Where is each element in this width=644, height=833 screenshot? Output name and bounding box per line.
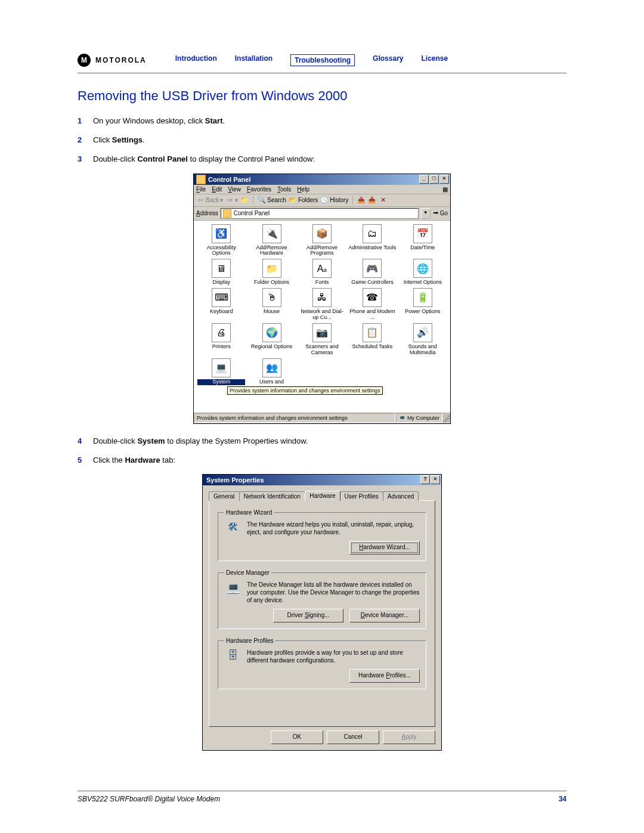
cp-item-system[interactable]: 💻System bbox=[197, 358, 245, 385]
step-1: 1 On your Windows desktop, click Start. bbox=[78, 116, 566, 126]
my-computer-icon: 💻 bbox=[399, 415, 405, 421]
tabstrip: General Network Identification Hardware … bbox=[209, 491, 435, 501]
nav-troubleshooting[interactable]: Troubleshooting bbox=[290, 54, 355, 66]
hardware-profiles-icon: 🗄 bbox=[224, 649, 242, 663]
hardware-wizard-button[interactable]: Hardware Wizard... bbox=[349, 541, 420, 555]
cp-item-scheduled-tasks[interactable]: 📋Scheduled Tasks bbox=[348, 323, 396, 356]
forward-arrow-icon: ⇨ bbox=[225, 196, 234, 205]
cp-item-label: Scanners and Cameras bbox=[298, 344, 346, 356]
cp-item-label: Network and Dial-up Co... bbox=[298, 309, 346, 321]
tab-user-profiles[interactable]: User Profiles bbox=[340, 491, 383, 501]
copy-to-icon[interactable]: 📥 bbox=[368, 196, 376, 205]
cp-item-icon: 💻 bbox=[212, 358, 231, 377]
toolbar: ⇦Back ▾ ⇨ ▾ 📁 🔍Search 📂Folders 🕓History … bbox=[194, 194, 450, 207]
hw-profiles-text: Hardware profiles provide a way for you … bbox=[247, 649, 420, 664]
folder-up-icon: 📁 bbox=[240, 196, 249, 205]
cp-item-label: Regional Options bbox=[247, 344, 295, 350]
tab-network-identification[interactable]: Network Identification bbox=[239, 491, 306, 501]
up-button[interactable]: 📁 bbox=[240, 196, 249, 205]
cp-item-date-time[interactable]: 📅Date/Time bbox=[399, 224, 447, 257]
cp-item-power-options[interactable]: 🔋Power Options bbox=[399, 288, 447, 321]
cp-item-network-and-dial-up-co[interactable]: 🖧Network and Dial-up Co... bbox=[298, 288, 346, 321]
nav-glossary[interactable]: Glossary bbox=[373, 54, 403, 66]
nav-installation[interactable]: Installation bbox=[235, 54, 273, 66]
cp-item-mouse[interactable]: 🖱Mouse bbox=[247, 288, 295, 321]
menu-view[interactable]: View bbox=[228, 186, 241, 193]
hardware-profiles-button[interactable]: Hardware Profiles... bbox=[349, 669, 420, 683]
window-title: Control Panel bbox=[208, 176, 251, 183]
cp-item-users-and[interactable]: 👥Users and bbox=[247, 358, 295, 385]
tab-advanced[interactable]: Advanced bbox=[383, 491, 419, 501]
cancel-button[interactable]: Cancel bbox=[327, 730, 379, 744]
cp-item-administrative-tools[interactable]: 🗂Administrative Tools bbox=[348, 224, 396, 257]
dialog-buttons: OK Cancel Apply bbox=[209, 727, 435, 744]
menu-edit[interactable]: Edit bbox=[212, 186, 222, 193]
control-panel-icon bbox=[196, 175, 206, 184]
cp-item-icon: 👥 bbox=[262, 358, 281, 377]
delete-icon[interactable]: ✕ bbox=[379, 196, 387, 205]
apply-button[interactable]: Apply bbox=[383, 730, 435, 744]
cp-item-label: Printers bbox=[197, 344, 245, 350]
search-button[interactable]: 🔍Search bbox=[258, 196, 286, 205]
sp-window-title: System Properties bbox=[206, 476, 264, 484]
go-button[interactable]: ⮕Go bbox=[433, 210, 448, 216]
cp-item-add-remove-hardware[interactable]: 🔌Add/Remove Hardware bbox=[247, 224, 295, 257]
cp-item-keyboard[interactable]: ⌨Keyboard bbox=[197, 288, 245, 321]
cp-item-label: Phone and Modem ... bbox=[348, 309, 396, 321]
cp-item-fonts[interactable]: AₐFonts bbox=[298, 259, 346, 286]
cp-item-label: Game Controllers bbox=[348, 280, 396, 286]
address-input[interactable]: Control Panel bbox=[221, 208, 419, 219]
cp-item-icon: ⌨ bbox=[212, 288, 231, 307]
cp-item-display[interactable]: 🖥Display bbox=[197, 259, 245, 286]
cp-item-folder-options[interactable]: 📁Folder Options bbox=[247, 259, 295, 286]
tab-hardware[interactable]: Hardware bbox=[305, 491, 340, 501]
cp-item-add-remove-programs[interactable]: 📦Add/Remove Programs bbox=[298, 224, 346, 257]
cp-item-icon: 🔌 bbox=[262, 224, 281, 243]
cp-item-printers[interactable]: 🖨Printers bbox=[197, 323, 245, 356]
cp-item-game-controllers[interactable]: 🎮Game Controllers bbox=[348, 259, 396, 286]
step-4: 4 Double-click System to display the Sys… bbox=[78, 436, 566, 447]
steps-list-2: 4 Double-click System to display the Sys… bbox=[78, 436, 566, 466]
back-button[interactable]: ⇦Back ▾ bbox=[196, 196, 223, 205]
maximize-button[interactable]: □ bbox=[429, 175, 439, 184]
cp-item-icon: 🖧 bbox=[312, 288, 332, 307]
menu-help[interactable]: Help bbox=[297, 186, 309, 193]
cp-item-label: Date/Time bbox=[399, 245, 447, 251]
menu-favorites[interactable]: Favorites bbox=[247, 186, 271, 193]
nav-license[interactable]: License bbox=[421, 54, 448, 66]
cp-item-sounds-and-multimedia[interactable]: 🔊Sounds and Multimedia bbox=[399, 323, 447, 356]
close-button[interactable]: × bbox=[439, 175, 449, 184]
cp-item-regional-options[interactable]: 🌍Regional Options bbox=[247, 323, 295, 356]
motorola-logo-icon: M bbox=[78, 54, 91, 67]
steps-list: 1 On your Windows desktop, click Start. … bbox=[78, 116, 566, 165]
driver-signing-button[interactable]: Driver Signing... bbox=[273, 609, 343, 623]
cp-item-label: Keyboard bbox=[197, 309, 245, 315]
hardware-wizard-icon: 🛠 bbox=[224, 521, 242, 535]
close-button[interactable]: × bbox=[431, 475, 440, 484]
help-button[interactable]: ? bbox=[420, 475, 430, 484]
resize-grip-icon[interactable] bbox=[443, 414, 450, 422]
history-button[interactable]: 🕓History bbox=[320, 196, 348, 205]
tab-general[interactable]: General bbox=[209, 491, 240, 501]
address-dropdown-button[interactable]: ▼ bbox=[421, 208, 431, 219]
move-to-icon[interactable]: 📤 bbox=[357, 196, 366, 205]
page-footer: SBV5222 SURFboard® Digital Voice Modem 3… bbox=[78, 791, 566, 803]
device-manager-button[interactable]: Device Manager... bbox=[349, 609, 420, 623]
minimize-button[interactable]: _ bbox=[419, 175, 429, 184]
system-properties-window: System Properties ? × General Network Id… bbox=[202, 474, 442, 751]
forward-button[interactable]: ⇨ ▾ bbox=[225, 196, 238, 205]
cp-item-internet-options[interactable]: 🌐Internet Options bbox=[399, 259, 447, 286]
cp-item-phone-and-modem[interactable]: ☎Phone and Modem ... bbox=[348, 288, 396, 321]
cp-item-icon: 🌍 bbox=[262, 323, 281, 342]
cp-item-label: Folder Options bbox=[247, 280, 295, 286]
folders-button[interactable]: 📂Folders bbox=[289, 196, 318, 205]
hardware-profiles-group: Hardware Profiles 🗄 Hardware profiles pr… bbox=[218, 637, 426, 689]
ok-button[interactable]: OK bbox=[271, 730, 323, 744]
cp-item-label: System bbox=[197, 379, 245, 385]
nav-introduction[interactable]: Introduction bbox=[175, 54, 217, 66]
history-icon: 🕓 bbox=[320, 196, 329, 205]
menu-file[interactable]: File bbox=[196, 186, 206, 193]
menu-tools[interactable]: Tools bbox=[277, 186, 291, 193]
cp-item-scanners-and-cameras[interactable]: 📷Scanners and Cameras bbox=[298, 323, 346, 356]
cp-item-accessibility-options[interactable]: ♿Accessibility Options bbox=[197, 224, 245, 257]
